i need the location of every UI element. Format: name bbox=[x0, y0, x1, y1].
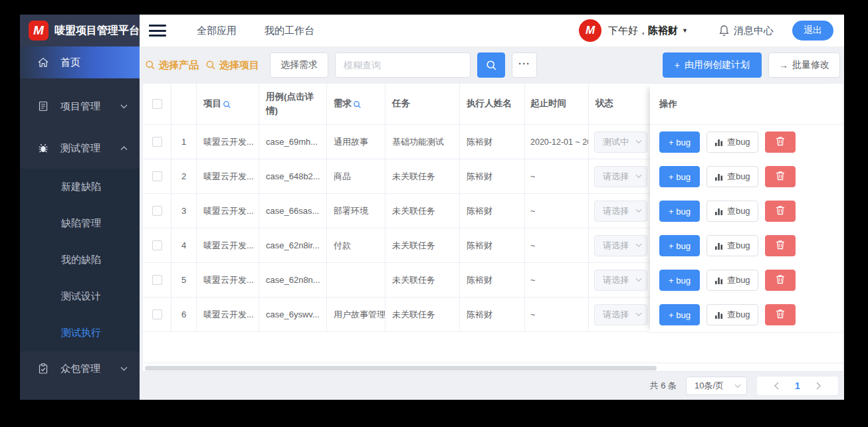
status-select-value: 请选择 bbox=[603, 205, 631, 217]
cell-executor: 陈裕财 bbox=[460, 159, 525, 193]
main-content: 选择产品 选择项目 选择需求 ··· + 由用例创建计划 → 批量修改 bbox=[140, 46, 844, 400]
row-checkbox-cell bbox=[143, 125, 171, 159]
sidebar-item-crowdsourcing[interactable]: 众包管理 bbox=[20, 351, 140, 386]
status-select[interactable]: 请选择 bbox=[594, 235, 647, 256]
logout-button[interactable]: 退出 bbox=[792, 21, 833, 41]
status-select[interactable]: 请选择 bbox=[594, 201, 647, 222]
view-bug-label: 查bug bbox=[727, 240, 750, 252]
sidebar-item-project-mgmt[interactable]: 项目管理 bbox=[20, 85, 140, 128]
menu-toggle-icon[interactable] bbox=[149, 25, 166, 37]
search-button[interactable] bbox=[477, 52, 505, 78]
view-bug-button[interactable]: 查bug bbox=[706, 166, 758, 187]
submenu-item-test-execution[interactable]: 测试执行 bbox=[20, 315, 140, 351]
cell-case-link[interactable]: case_62n8ir... bbox=[259, 228, 327, 262]
user-caret-down-icon[interactable]: ▼ bbox=[682, 27, 688, 34]
test-submenu: 新建缺陷 缺陷管理 我的缺陷 测试设计 测试执行 bbox=[20, 169, 140, 351]
delete-button[interactable] bbox=[765, 235, 796, 256]
row-checkbox[interactable] bbox=[152, 206, 162, 216]
select-requirement-button[interactable]: 选择需求 bbox=[270, 52, 328, 78]
cell-row-index: 4 bbox=[171, 228, 197, 262]
cell-task: 未关联任务 bbox=[385, 263, 460, 297]
cell-case-link[interactable]: case_62n8n... bbox=[259, 263, 327, 297]
user-avatar[interactable]: M bbox=[579, 19, 601, 42]
delete-button[interactable] bbox=[765, 270, 796, 291]
batch-edit-button[interactable]: → 批量修改 bbox=[768, 52, 840, 78]
sidebar-item-home[interactable]: 首页 bbox=[20, 46, 140, 78]
cell-task: 基础功能测试 bbox=[385, 125, 460, 159]
sidebar-item-partial[interactable] bbox=[20, 386, 140, 400]
create-plan-button[interactable]: + 由用例创建计划 bbox=[663, 52, 762, 78]
horizontal-scrollbar[interactable] bbox=[145, 366, 657, 371]
status-select[interactable]: 请选择 bbox=[594, 270, 647, 291]
submenu-item-defect-mgmt[interactable]: 缺陷管理 bbox=[20, 205, 140, 242]
select-product-link[interactable]: 选择产品 bbox=[145, 59, 199, 72]
view-bug-button[interactable]: 查bug bbox=[706, 304, 758, 325]
more-filters-button[interactable]: ··· bbox=[512, 52, 537, 78]
cell-requirement: 付款 bbox=[327, 228, 385, 262]
table-card: 项目 用例(点击详情) 需求 任务 执行人姓名 起止时间 状态 1 唛盟云开发.… bbox=[143, 84, 843, 372]
cell-task: 未关联任务 bbox=[385, 298, 460, 331]
row-checkbox[interactable] bbox=[152, 137, 162, 147]
delete-button[interactable] bbox=[765, 131, 796, 153]
view-bug-button[interactable]: 查bug bbox=[706, 270, 758, 291]
select-all-checkbox[interactable] bbox=[152, 99, 162, 109]
row-actions: + bug 查bug bbox=[650, 263, 843, 298]
view-bug-label: 查bug bbox=[727, 274, 750, 286]
status-select[interactable]: 请选择 bbox=[594, 304, 647, 325]
delete-button[interactable] bbox=[765, 201, 796, 222]
prev-page-button[interactable] bbox=[766, 382, 786, 390]
submenu-item-new-defect[interactable]: 新建缺陷 bbox=[20, 169, 140, 205]
status-select-value: 请选择 bbox=[603, 240, 631, 252]
fuzzy-search-input[interactable] bbox=[335, 52, 471, 78]
add-bug-button[interactable]: + bug bbox=[659, 235, 700, 256]
cell-task: 未关联任务 bbox=[385, 194, 460, 228]
bar-chart-icon bbox=[714, 207, 723, 216]
add-bug-button[interactable]: + bug bbox=[659, 304, 700, 325]
cell-case-link[interactable]: case_66sas... bbox=[259, 194, 327, 228]
row-actions: + bug 查bug bbox=[650, 298, 843, 332]
submenu-item-my-defects[interactable]: 我的缺陷 bbox=[20, 242, 140, 278]
message-center[interactable]: 消息中心 bbox=[718, 25, 774, 37]
add-bug-button[interactable]: + bug bbox=[659, 166, 700, 187]
view-bug-button[interactable]: 查bug bbox=[706, 235, 758, 256]
sidebar-item-test-mgmt[interactable]: 测试管理 bbox=[20, 128, 140, 169]
delete-button[interactable] bbox=[765, 166, 796, 187]
view-bug-button[interactable]: 查bug bbox=[706, 131, 758, 153]
next-page-button[interactable] bbox=[809, 382, 829, 390]
cell-project: 唛盟云开发... bbox=[197, 194, 259, 228]
cell-case-link[interactable]: case_69mh... bbox=[259, 125, 327, 159]
select-project-link[interactable]: 选择项目 bbox=[205, 59, 259, 72]
add-bug-button[interactable]: + bug bbox=[659, 201, 700, 222]
sidebar: 首页 项目管理 测试管理 新建缺陷 缺陷管理 我的缺陷 测试设计 测试执行 众包… bbox=[20, 46, 140, 400]
top-header: M 唛盟项目管理平台 全部应用 我的工作台 M 下午好，陈裕财 ▼ 消息中心 退… bbox=[20, 15, 844, 46]
header-project-label: 项目 bbox=[203, 97, 221, 110]
add-bug-button[interactable]: + bug bbox=[659, 131, 700, 153]
cell-row-index: 6 bbox=[171, 298, 197, 331]
search-icon[interactable] bbox=[353, 100, 362, 109]
page-number-current[interactable]: 1 bbox=[786, 381, 809, 391]
greeting-text[interactable]: 下午好，陈裕财 bbox=[608, 25, 678, 37]
row-checkbox[interactable] bbox=[152, 171, 162, 181]
status-select[interactable]: 请选择 bbox=[594, 166, 647, 187]
search-icon[interactable] bbox=[223, 100, 231, 109]
status-select-value: 测试中 bbox=[603, 136, 631, 148]
page-size-select[interactable]: 10条/页 bbox=[686, 377, 747, 395]
nav-my-workbench[interactable]: 我的工作台 bbox=[265, 25, 314, 37]
add-bug-button[interactable]: + bug bbox=[659, 270, 700, 291]
cell-executor: 陈裕财 bbox=[460, 228, 525, 262]
view-bug-button[interactable]: 查bug bbox=[706, 201, 758, 222]
home-icon bbox=[37, 56, 49, 68]
nav-all-apps[interactable]: 全部应用 bbox=[197, 25, 237, 37]
bug-icon bbox=[37, 142, 49, 154]
status-select[interactable]: 测试中 bbox=[594, 131, 647, 153]
cell-case-link[interactable]: case_648b2... bbox=[259, 159, 327, 193]
cell-date-range: ~ bbox=[525, 228, 589, 262]
cell-case-link[interactable]: case_6yswv... bbox=[259, 298, 327, 331]
delete-button[interactable] bbox=[765, 304, 796, 325]
row-actions: + bug 查bug bbox=[650, 228, 843, 263]
chevron-down-icon bbox=[734, 384, 741, 388]
submenu-item-test-design[interactable]: 测试设计 bbox=[20, 278, 140, 315]
row-checkbox[interactable] bbox=[152, 240, 162, 250]
row-checkbox[interactable] bbox=[152, 275, 162, 285]
row-checkbox[interactable] bbox=[152, 309, 162, 319]
